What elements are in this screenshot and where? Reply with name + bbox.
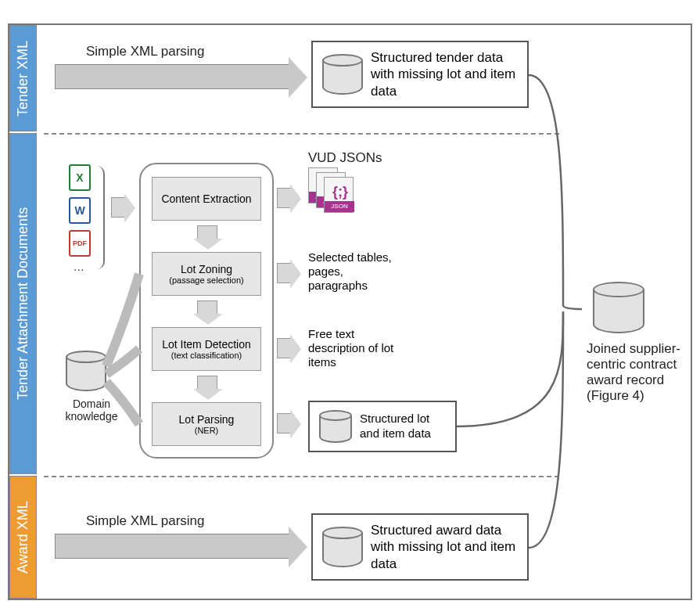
json-files-icon: JSON JSON {;}JSON — [308, 167, 355, 213]
stage-title: Lot Item Detection — [156, 338, 257, 351]
section-tender-attach: Tender Attachment Documents — [9, 133, 37, 474]
flow-arrow-down-icon — [197, 300, 217, 315]
brace-icon — [95, 166, 105, 269]
section-label-text: Award XML — [15, 501, 31, 574]
pdf-file-icon: PDF — [69, 230, 91, 257]
stage-title: Content Extraction — [156, 192, 257, 205]
output-tender-xml: Structured tender data with missing lot … — [311, 41, 529, 108]
divider — [44, 133, 559, 135]
output-award-xml: Structured award data with missing lot a… — [311, 513, 529, 581]
flow-arrow-right-icon — [277, 413, 291, 434]
flow-arrow-right-icon — [277, 188, 291, 208]
stage-title: Lot Zoning — [156, 263, 257, 275]
section-label-text: Tender XML — [15, 40, 31, 116]
database-icon — [319, 410, 352, 443]
divider — [44, 476, 559, 477]
stage-subtitle: (passage selection) — [156, 275, 257, 286]
flow-arrow-right-icon — [277, 338, 291, 358]
joined-record-db — [593, 282, 644, 333]
database-icon — [322, 527, 363, 567]
joined-record-text: Joined supplier-centric contract award r… — [587, 341, 687, 404]
section-label-text: Tender Attachment Documents — [15, 207, 31, 400]
output-tender-xml-text: Structured tender data with missing lot … — [371, 49, 518, 99]
stage-title: Lot Parsing — [156, 413, 257, 426]
output-lot-data: Structured lot and item data — [308, 401, 457, 452]
database-icon — [322, 54, 363, 95]
pipeline-header: VUD JSONs — [308, 150, 382, 166]
output-lot-text: Structured lot and item data — [360, 412, 446, 441]
word-file-icon: W — [69, 197, 91, 224]
stage-lot-item-detection: Lot Item Detection (text classification) — [152, 327, 261, 371]
flow-arrow-right-icon — [277, 263, 291, 283]
domain-knowledge-db — [66, 351, 106, 391]
section-award-xml: Award XML — [9, 476, 37, 599]
ellipsis-icon: ... — [74, 260, 84, 274]
section-tender-xml: Tender XML — [9, 25, 37, 131]
stage-subtitle: (NER) — [156, 426, 257, 436]
output-award-xml-text: Structured award data with missing lot a… — [371, 522, 518, 572]
arrow-award-xml — [55, 534, 289, 559]
stage-lot-zoning: Lot Zoning (passage selection) — [152, 252, 261, 296]
stage-subtitle: (text classification) — [156, 351, 257, 361]
flow-arrow-down-icon — [197, 225, 217, 239]
domain-knowledge-label: Domain knowledge — [56, 398, 127, 423]
flow-arrow-down-icon — [197, 376, 217, 390]
arrow-tender-xml — [55, 64, 289, 89]
stage-content-extraction: Content Extraction — [152, 177, 261, 221]
arrow-label-bottom: Simple XML parsing — [86, 513, 205, 529]
flow-arrow-icon — [111, 197, 125, 218]
stage-lot-parsing: Lot Parsing (NER) — [152, 402, 261, 446]
excel-file-icon: X — [69, 164, 91, 191]
zoning-output-text: Selected tables, pages, paragraphs — [308, 250, 402, 293]
arrow-label-top: Simple XML parsing — [86, 44, 205, 59]
detection-output-text: Free text description of lot items — [308, 327, 410, 369]
